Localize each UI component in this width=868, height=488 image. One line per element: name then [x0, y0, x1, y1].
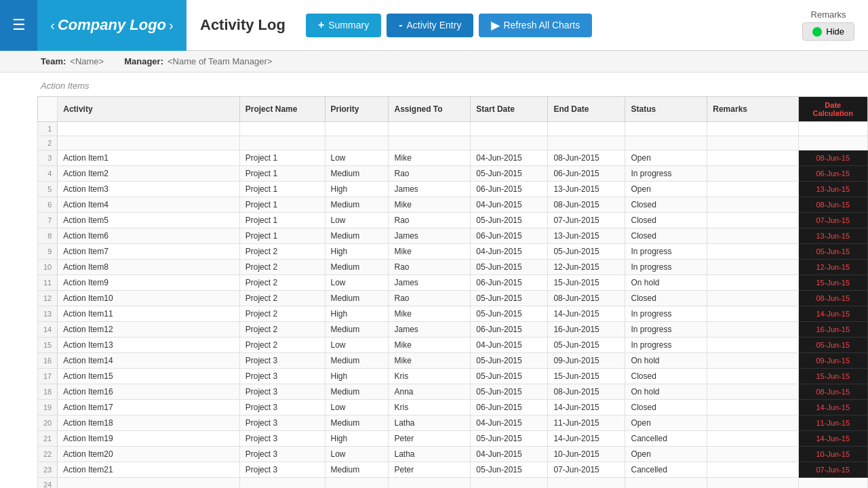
green-status-dot [812, 27, 822, 37]
row-number: 3 [38, 150, 58, 166]
cell-end [548, 122, 625, 136]
cell-date-calc: 14-Jun-15 [798, 306, 867, 322]
hide-button[interactable]: Hide [802, 22, 854, 41]
cell-activity: Action Item16 [58, 384, 239, 400]
page-title: Activity Log [186, 16, 299, 34]
cell-project: Project 3 [239, 447, 325, 462]
col-header-priority: Priority [325, 97, 389, 122]
cell-project: Project 3 [239, 384, 325, 400]
cell-date-calc: 08-Jun-15 [798, 197, 867, 213]
cell-activity [58, 478, 239, 489]
table-row: 3Action Item1Project 1LowMike04-Jun-2015… [38, 150, 868, 166]
cell-start [471, 478, 548, 489]
row-number: 16 [38, 353, 58, 369]
table-row: 14Action Item12Project 2MediumJames06-Ju… [38, 322, 868, 338]
cell-project [239, 122, 325, 136]
table-row: 19Action Item17Project 3LowKris06-Jun-20… [38, 400, 868, 415]
table-row: 10Action Item8Project 2MediumRao05-Jun-2… [38, 260, 868, 275]
cell-remarks [707, 122, 798, 136]
sub-header: Team: <Name> Manager: <Name of Team Mana… [0, 51, 868, 73]
hamburger-icon[interactable]: ☰ [12, 18, 26, 33]
table-row: 16Action Item14Project 3MediumMike05-Jun… [38, 353, 868, 369]
table-row: 20Action Item18Project 3MediumLatha04-Ju… [38, 415, 868, 431]
cell-start: 04-Jun-2015 [471, 415, 548, 431]
cell-start: 05-Jun-2015 [471, 462, 548, 478]
cell-assigned: Mike [389, 150, 471, 166]
team-label: Team: [41, 56, 66, 66]
row-number: 24 [38, 478, 58, 489]
cell-remarks [707, 431, 798, 447]
cell-status: On hold [625, 275, 707, 291]
col-header-date-calc: DateCalculation [798, 97, 867, 122]
cell-activity: Action Item13 [58, 338, 239, 353]
cell-activity: Action Item19 [58, 431, 239, 447]
cell-remarks [707, 322, 798, 338]
cell-start: 04-Jun-2015 [471, 197, 548, 213]
activity-entry-button[interactable]: - Activity Entry [387, 14, 473, 37]
cell-priority: High [325, 431, 389, 447]
cell-priority: High [325, 306, 389, 322]
activity-icon: - [399, 19, 402, 31]
refresh-button[interactable]: ▶ Refresh All Charts [479, 14, 592, 37]
cell-end: 13-Jun-2015 [548, 182, 625, 197]
cell-assigned: Mike [389, 244, 471, 260]
cell-status: In progress [625, 322, 707, 338]
cell-start: 06-Jun-2015 [471, 228, 548, 244]
manager-value: <Name of Team Manager> [167, 56, 272, 66]
cell-status: On hold [625, 353, 707, 369]
cell-date-calc: 05-Jun-15 [798, 338, 867, 353]
cell-start: 06-Jun-2015 [471, 322, 548, 338]
cell-end: 14-Jun-2015 [548, 431, 625, 447]
remarks-area: Remarks Hide [802, 9, 868, 41]
cell-assigned: Peter [389, 431, 471, 447]
cell-assigned: Latha [389, 415, 471, 431]
cell-remarks [707, 150, 798, 166]
cell-assigned: Mike [389, 197, 471, 213]
cell-date-calc: 07-Jun-15 [798, 213, 867, 228]
cell-remarks [707, 384, 798, 400]
cell-project: Project 1 [239, 228, 325, 244]
cell-project: Project 1 [239, 197, 325, 213]
cell-date-calc: 14-Jun-15 [798, 400, 867, 415]
cell-date-calc: 10-Jun-15 [798, 447, 867, 462]
cell-end [548, 136, 625, 150]
table-row: 6Action Item4Project 1MediumMike04-Jun-2… [38, 197, 868, 213]
section-title: Action Items [0, 79, 868, 96]
cell-end: 09-Jun-2015 [548, 353, 625, 369]
cell-end: 08-Jun-2015 [548, 197, 625, 213]
cell-status: On hold [625, 384, 707, 400]
row-number: 20 [38, 415, 58, 431]
cell-priority: Low [325, 275, 389, 291]
cell-priority [325, 478, 389, 489]
summary-button[interactable]: + Summary [306, 14, 381, 37]
cell-end: 08-Jun-2015 [548, 150, 625, 166]
col-header-remarks: Remarks [707, 97, 798, 122]
cell-priority: Medium [325, 260, 389, 275]
table-row: 18Action Item16Project 3MediumAnna05-Jun… [38, 384, 868, 400]
hamburger-area[interactable]: ☰ [0, 0, 37, 51]
cell-start: 04-Jun-2015 [471, 447, 548, 462]
manager-field: Manager: <Name of Team Manager> [124, 56, 272, 66]
table-row: 5Action Item3Project 1HighJames06-Jun-20… [38, 182, 868, 197]
cell-status: In progress [625, 338, 707, 353]
cell-date-calc: 08-Jun-15 [798, 384, 867, 400]
cell-assigned: James [389, 228, 471, 244]
cell-end: 14-Jun-2015 [548, 400, 625, 415]
cell-date-calc: 08-Jun-15 [798, 291, 867, 306]
cell-end: 13-Jun-2015 [548, 228, 625, 244]
row-number: 12 [38, 291, 58, 306]
cell-date-calc: 08-Jun-15 [798, 150, 867, 166]
cell-assigned [389, 478, 471, 489]
cell-assigned: Kris [389, 400, 471, 415]
cell-assigned: Mike [389, 338, 471, 353]
cell-remarks [707, 400, 798, 415]
cell-date-calc: 12-Jun-15 [798, 260, 867, 275]
cell-end: 05-Jun-2015 [548, 244, 625, 260]
cell-assigned: James [389, 275, 471, 291]
cell-end: 11-Jun-2015 [548, 415, 625, 431]
summary-label: Summary [328, 20, 369, 30]
cell-end: 14-Jun-2015 [548, 306, 625, 322]
cell-date-calc [798, 122, 867, 136]
cell-date-calc: 13-Jun-15 [798, 228, 867, 244]
table-row: 4Action Item2Project 1MediumRao05-Jun-20… [38, 166, 868, 182]
